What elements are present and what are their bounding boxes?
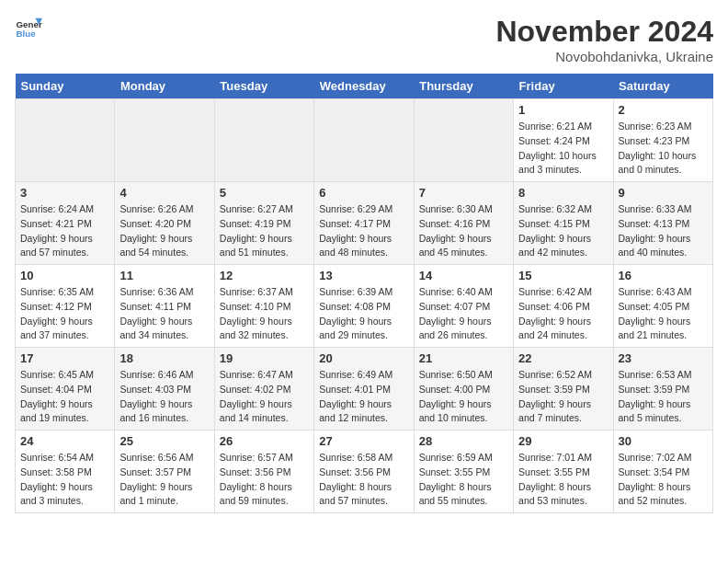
day-number: 13	[319, 269, 408, 282]
svg-text:Blue: Blue	[17, 29, 37, 39]
header-sunday: Sunday	[16, 74, 115, 99]
calendar-cell: 15Sunrise: 6:42 AMSunset: 4:06 PMDayligh…	[514, 265, 613, 348]
calendar-cell: 25Sunrise: 6:56 AMSunset: 3:57 PMDayligh…	[115, 431, 214, 513]
calendar-cell: 14Sunrise: 6:40 AMSunset: 4:07 PMDayligh…	[414, 265, 513, 348]
day-info: Sunrise: 7:02 AMSunset: 3:54 PMDaylight:…	[619, 451, 708, 509]
calendar-cell: 9Sunrise: 6:33 AMSunset: 4:13 PMDaylight…	[613, 182, 712, 265]
day-info: Sunrise: 6:21 AMSunset: 4:24 PMDaylight:…	[518, 120, 608, 178]
day-info: Sunrise: 6:40 AMSunset: 4:07 PMDaylight:…	[419, 285, 508, 343]
calendar-cell: 11Sunrise: 6:36 AMSunset: 4:11 PMDayligh…	[115, 265, 214, 348]
calendar-cell: 21Sunrise: 6:50 AMSunset: 4:00 PMDayligh…	[414, 348, 513, 431]
day-number: 22	[518, 351, 608, 365]
day-number: 8	[518, 186, 608, 200]
day-number: 11	[119, 269, 209, 282]
calendar-week-4: 17Sunrise: 6:45 AMSunset: 4:04 PMDayligh…	[16, 348, 713, 431]
calendar-header-row: SundayMondayTuesdayWednesdayThursdayFrid…	[16, 74, 713, 99]
day-number: 15	[518, 269, 608, 282]
day-info: Sunrise: 6:26 AMSunset: 4:20 PMDaylight:…	[119, 202, 209, 260]
header-friday: Friday	[514, 74, 613, 99]
calendar-cell: 16Sunrise: 6:43 AMSunset: 4:05 PMDayligh…	[613, 265, 712, 348]
calendar-cell: 10Sunrise: 6:35 AMSunset: 4:12 PMDayligh…	[16, 265, 115, 348]
month-title: November 2024	[495, 15, 713, 49]
day-info: Sunrise: 6:37 AMSunset: 4:10 PMDaylight:…	[220, 285, 309, 343]
title-block: November 2024 Novobohdanivka, Ukraine	[495, 15, 713, 64]
calendar-cell: 6Sunrise: 6:29 AMSunset: 4:17 PMDaylight…	[314, 182, 414, 265]
day-info: Sunrise: 6:43 AMSunset: 4:05 PMDaylight:…	[619, 285, 708, 343]
day-number: 12	[220, 269, 309, 282]
calendar-cell: 24Sunrise: 6:54 AMSunset: 3:58 PMDayligh…	[16, 431, 115, 513]
calendar-cell: 3Sunrise: 6:24 AMSunset: 4:21 PMDaylight…	[16, 182, 115, 265]
day-info: Sunrise: 6:24 AMSunset: 4:21 PMDaylight:…	[20, 202, 109, 260]
calendar-cell: 20Sunrise: 6:49 AMSunset: 4:01 PMDayligh…	[314, 348, 414, 431]
page-header: General Blue November 2024 Novobohdanivk…	[15, 15, 713, 64]
calendar-cell: 4Sunrise: 6:26 AMSunset: 4:20 PMDaylight…	[115, 182, 214, 265]
day-number: 30	[619, 434, 708, 448]
calendar-cell: 29Sunrise: 7:01 AMSunset: 3:55 PMDayligh…	[514, 431, 613, 513]
day-number: 23	[619, 351, 708, 365]
day-number: 16	[619, 269, 708, 282]
day-number: 7	[419, 186, 508, 200]
day-number: 14	[419, 269, 508, 282]
header-monday: Monday	[115, 74, 214, 99]
calendar-cell: 7Sunrise: 6:30 AMSunset: 4:16 PMDaylight…	[414, 182, 513, 265]
calendar-cell: 30Sunrise: 7:02 AMSunset: 3:54 PMDayligh…	[613, 431, 712, 513]
header-saturday: Saturday	[613, 74, 712, 99]
calendar-week-5: 24Sunrise: 6:54 AMSunset: 3:58 PMDayligh…	[16, 431, 713, 513]
calendar-cell	[214, 99, 313, 182]
day-info: Sunrise: 6:50 AMSunset: 4:00 PMDaylight:…	[419, 368, 508, 426]
calendar-cell: 5Sunrise: 6:27 AMSunset: 4:19 PMDaylight…	[214, 182, 313, 265]
day-number: 27	[319, 434, 408, 448]
calendar-cell: 19Sunrise: 6:47 AMSunset: 4:02 PMDayligh…	[214, 348, 313, 431]
calendar-table: SundayMondayTuesdayWednesdayThursdayFrid…	[15, 74, 713, 513]
day-number: 1	[518, 103, 608, 117]
day-info: Sunrise: 6:49 AMSunset: 4:01 PMDaylight:…	[319, 368, 408, 426]
header-tuesday: Tuesday	[214, 74, 313, 99]
location: Novobohdanivka, Ukraine	[495, 49, 713, 64]
day-info: Sunrise: 6:30 AMSunset: 4:16 PMDaylight:…	[419, 202, 508, 260]
calendar-cell	[314, 99, 414, 182]
day-info: Sunrise: 6:52 AMSunset: 3:59 PMDaylight:…	[518, 368, 608, 426]
day-info: Sunrise: 6:32 AMSunset: 4:15 PMDaylight:…	[518, 202, 608, 260]
calendar-cell: 13Sunrise: 6:39 AMSunset: 4:08 PMDayligh…	[314, 265, 414, 348]
day-number: 21	[419, 351, 508, 365]
day-info: Sunrise: 6:35 AMSunset: 4:12 PMDaylight:…	[20, 285, 109, 343]
calendar-cell	[115, 99, 214, 182]
calendar-cell: 27Sunrise: 6:58 AMSunset: 3:56 PMDayligh…	[314, 431, 414, 513]
calendar-cell: 22Sunrise: 6:52 AMSunset: 3:59 PMDayligh…	[514, 348, 613, 431]
day-info: Sunrise: 6:54 AMSunset: 3:58 PMDaylight:…	[20, 451, 109, 509]
day-info: Sunrise: 6:57 AMSunset: 3:56 PMDaylight:…	[220, 451, 309, 509]
day-number: 18	[119, 351, 209, 365]
day-info: Sunrise: 6:58 AMSunset: 3:56 PMDaylight:…	[319, 451, 408, 509]
calendar-cell: 17Sunrise: 6:45 AMSunset: 4:04 PMDayligh…	[16, 348, 115, 431]
logo: General Blue	[15, 15, 42, 42]
day-info: Sunrise: 6:45 AMSunset: 4:04 PMDaylight:…	[20, 368, 109, 426]
calendar-cell: 28Sunrise: 6:59 AMSunset: 3:55 PMDayligh…	[414, 431, 513, 513]
day-info: Sunrise: 6:47 AMSunset: 4:02 PMDaylight:…	[220, 368, 309, 426]
day-number: 2	[619, 103, 708, 117]
day-number: 10	[20, 269, 109, 282]
header-wednesday: Wednesday	[314, 74, 414, 99]
day-number: 26	[220, 434, 309, 448]
calendar-cell: 26Sunrise: 6:57 AMSunset: 3:56 PMDayligh…	[214, 431, 313, 513]
day-number: 25	[119, 434, 209, 448]
day-info: Sunrise: 6:27 AMSunset: 4:19 PMDaylight:…	[220, 202, 309, 260]
logo-icon: General Blue	[15, 15, 42, 42]
day-number: 19	[220, 351, 309, 365]
day-info: Sunrise: 6:53 AMSunset: 3:59 PMDaylight:…	[619, 368, 708, 426]
calendar-cell: 18Sunrise: 6:46 AMSunset: 4:03 PMDayligh…	[115, 348, 214, 431]
calendar-cell	[414, 99, 513, 182]
calendar-week-3: 10Sunrise: 6:35 AMSunset: 4:12 PMDayligh…	[16, 265, 713, 348]
day-number: 17	[20, 351, 109, 365]
day-number: 3	[20, 186, 109, 200]
day-info: Sunrise: 6:59 AMSunset: 3:55 PMDaylight:…	[419, 451, 508, 509]
day-number: 20	[319, 351, 408, 365]
day-info: Sunrise: 6:39 AMSunset: 4:08 PMDaylight:…	[319, 285, 408, 343]
day-number: 28	[419, 434, 508, 448]
day-number: 4	[119, 186, 209, 200]
calendar-cell: 23Sunrise: 6:53 AMSunset: 3:59 PMDayligh…	[613, 348, 712, 431]
calendar-cell	[16, 99, 115, 182]
calendar-cell: 1Sunrise: 6:21 AMSunset: 4:24 PMDaylight…	[514, 99, 613, 182]
calendar-week-1: 1Sunrise: 6:21 AMSunset: 4:24 PMDaylight…	[16, 99, 713, 182]
day-info: Sunrise: 6:56 AMSunset: 3:57 PMDaylight:…	[119, 451, 209, 509]
day-info: Sunrise: 6:46 AMSunset: 4:03 PMDaylight:…	[119, 368, 209, 426]
